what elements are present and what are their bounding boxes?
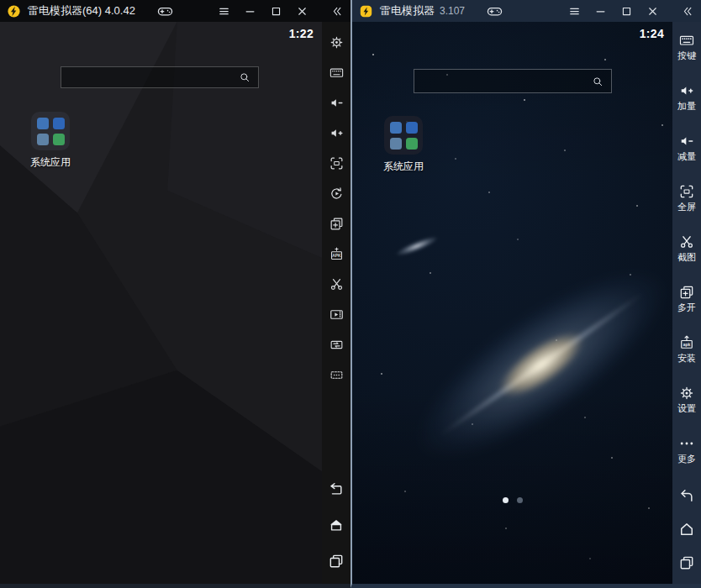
- maximize-button[interactable]: [263, 0, 289, 22]
- folder-label: 系统应用: [30, 155, 71, 170]
- volume-up-button[interactable]: [322, 118, 350, 148]
- pager-dot-active[interactable]: [503, 497, 509, 503]
- collapse-sidebar-button[interactable]: [672, 0, 701, 22]
- search-bar[interactable]: [414, 69, 612, 93]
- back-curve-icon: [678, 487, 695, 504]
- android-home-button[interactable]: [672, 512, 701, 546]
- mini-app-icon-green: [406, 138, 418, 150]
- android-back-button[interactable]: [672, 479, 701, 512]
- minimize-button[interactable]: [237, 0, 263, 22]
- settings-button[interactable]: 设置: [672, 378, 701, 428]
- android-home-button[interactable]: [322, 507, 350, 543]
- menu-button[interactable]: [211, 0, 237, 22]
- mini-app-icon-blue-1: [37, 118, 49, 129]
- screenshot-button[interactable]: 截图: [672, 227, 701, 277]
- close-button[interactable]: [640, 0, 666, 22]
- keymapping-button[interactable]: 按键: [672, 25, 701, 76]
- maximize-button[interactable]: [614, 0, 640, 22]
- fullscreen-button[interactable]: [322, 148, 350, 178]
- apk-up-icon: apk: [678, 334, 695, 351]
- system-apps-folder[interactable]: 系统应用: [377, 116, 430, 174]
- search-icon: [238, 71, 251, 84]
- search-input[interactable]: [68, 71, 238, 85]
- home-filled-icon: [328, 517, 345, 533]
- fullscreen-button[interactable]: 全屏: [672, 176, 701, 227]
- window-plus-icon: [678, 284, 695, 301]
- no-sim-icon: [611, 28, 622, 39]
- sync-play-icon: [329, 186, 345, 202]
- titlebar: 雷电模拟器 3.107: [352, 0, 701, 22]
- gamepad-button[interactable]: [152, 0, 178, 22]
- swap-button[interactable]: [322, 329, 350, 360]
- volume-down-icon: [329, 95, 345, 111]
- settings-button[interactable]: [322, 27, 350, 57]
- battery-charging-icon: [626, 27, 635, 40]
- install-apk-button[interactable]: apk 安装: [672, 328, 701, 378]
- multi-instance-button[interactable]: [322, 208, 350, 239]
- screen-record-button[interactable]: [322, 299, 350, 329]
- more-box-icon: [329, 367, 345, 383]
- wallpaper: [0, 22, 322, 584]
- search-icon: [591, 75, 604, 88]
- install-apk-button[interactable]: APK: [322, 239, 350, 269]
- apk-plus-icon: APK: [329, 246, 345, 262]
- menu-button[interactable]: [561, 0, 588, 22]
- volume-up-icon: [329, 125, 345, 141]
- keymapping-button[interactable]: [322, 57, 350, 87]
- folder-icon: [384, 116, 423, 155]
- folder-icon: [31, 112, 70, 150]
- search-bar[interactable]: [61, 66, 259, 88]
- chevrons-left-icon: [681, 5, 693, 18]
- system-apps-folder[interactable]: 系统应用: [24, 112, 77, 170]
- keyboard-icon: [678, 32, 695, 49]
- status-bar: 1:22: [243, 27, 314, 40]
- more-button[interactable]: [322, 360, 350, 390]
- window-plus-icon: [329, 216, 345, 232]
- collapse-sidebar-button[interactable]: [322, 0, 350, 22]
- status-bar: 1:24: [593, 27, 664, 40]
- volume-down-button[interactable]: [322, 87, 350, 118]
- gamepad-icon: [156, 3, 174, 20]
- more-button[interactable]: 更多: [672, 428, 701, 479]
- mini-app-icon-blue-2: [53, 118, 65, 129]
- pager-dot-inactive[interactable]: [517, 497, 523, 503]
- close-button[interactable]: [289, 0, 315, 22]
- screenshot-button[interactable]: [322, 269, 350, 299]
- close-icon: [296, 5, 308, 18]
- status-time: 1:24: [640, 27, 664, 40]
- volume-up-icon: [678, 82, 695, 99]
- svg-text:APK: APK: [332, 253, 341, 257]
- screen-record-icon: [329, 307, 345, 323]
- mini-app-icon-blue-2: [406, 122, 418, 134]
- folder-label: 系统应用: [383, 160, 424, 174]
- toolbar-sidebar: 按键 加量 减量 全屏 截图: [672, 22, 701, 584]
- operation-sync-button[interactable]: [322, 178, 350, 208]
- minimize-icon: [244, 5, 256, 18]
- gamepad-button[interactable]: [482, 0, 508, 22]
- mini-app-icon-blue-1: [390, 122, 402, 134]
- multi-instance-button[interactable]: 多开: [672, 277, 701, 328]
- mini-app-icon-slate: [390, 138, 402, 150]
- status-time: 1:22: [289, 27, 314, 40]
- no-sim-icon: [261, 28, 271, 39]
- search-input[interactable]: [421, 74, 591, 88]
- gear-icon: [678, 385, 695, 402]
- close-icon: [646, 5, 659, 18]
- home-page-indicator: [503, 497, 523, 503]
- android-screen: 1:24 系统应用: [352, 22, 672, 584]
- android-recents-button[interactable]: [672, 546, 701, 580]
- wifi-icon: [243, 28, 256, 39]
- android-back-button[interactable]: [322, 470, 350, 507]
- home-outline-icon: [678, 521, 695, 538]
- android-recents-button[interactable]: [322, 543, 350, 579]
- chevrons-left-icon: [330, 5, 343, 18]
- emulator-window-right: 雷电模拟器 3.107: [350, 0, 701, 588]
- maximize-icon: [270, 5, 282, 18]
- volume-up-button[interactable]: 加量: [672, 76, 701, 126]
- keyboard-icon: [329, 65, 345, 81]
- gear-icon: [329, 34, 345, 50]
- minimize-button[interactable]: [588, 0, 614, 22]
- mini-app-icon-slate: [37, 134, 49, 145]
- toolbar-sidebar: APK: [322, 22, 350, 584]
- volume-down-button[interactable]: 减量: [672, 126, 701, 176]
